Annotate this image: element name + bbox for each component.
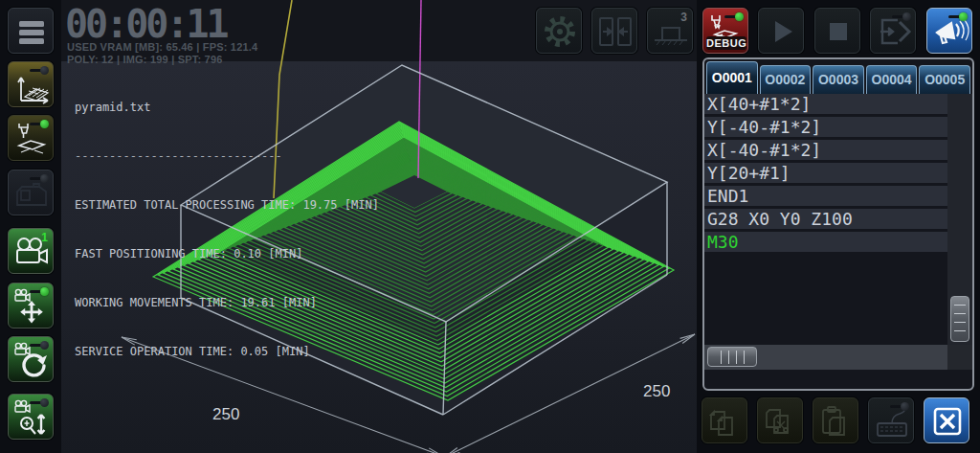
doors-icon	[592, 9, 638, 55]
code-line[interactable]: X[-40-#1*2]	[704, 140, 947, 160]
close-icon	[924, 398, 970, 444]
camera-rotate-button[interactable]	[8, 336, 54, 382]
copy-button[interactable]	[702, 397, 747, 443]
elapsed-time: 00:00:11	[65, 2, 227, 46]
hamburger-menu-icon	[9, 9, 55, 55]
code-line[interactable]: END1	[704, 186, 947, 206]
info-line: ESTIMATED TOTAL PROCESSING TIME: 19.75 […	[75, 197, 379, 214]
machine-housing-button[interactable]	[8, 170, 54, 215]
announcements-toggle	[948, 12, 968, 21]
axes-grid-button[interactable]	[8, 61, 54, 107]
code-line[interactable]: Y[20+#1]	[704, 163, 947, 183]
info-line: SERVICE OPERATION TIME: 0.05 [MIN]	[75, 344, 379, 360]
doors-button[interactable]	[591, 8, 637, 54]
cut-icon	[758, 398, 804, 444]
cut-button[interactable]	[757, 397, 803, 443]
tab-o0003[interactable]: O0003	[813, 65, 864, 94]
debug-label: DEBUG	[706, 36, 746, 50]
left-sidebar: 1	[0, 0, 61, 453]
info-line: WORKING MOVEMENTS TIME: 19.61 [MIN]	[75, 295, 379, 311]
tab-o0001[interactable]: O0001	[706, 61, 758, 94]
processing-info: pyramid.txt ----------------------------…	[75, 67, 379, 393]
tab-o0002[interactable]: O0002	[760, 65, 812, 94]
single-block-toggle	[892, 12, 911, 21]
play-button[interactable]	[758, 8, 804, 54]
code-line[interactable]: M30	[704, 232, 947, 252]
copy-icon	[702, 398, 748, 444]
scrollbar-corner	[947, 345, 972, 370]
tab-o0005[interactable]: O0005	[919, 65, 970, 94]
code-line[interactable]: X[40+#1*2]	[704, 94, 947, 114]
tool-view-button[interactable]	[8, 115, 54, 161]
vertical-scrollbar-handle[interactable]	[950, 296, 969, 342]
camera-zoom-toggle	[30, 398, 49, 407]
code-line[interactable]: Y[-40-#1*2]	[704, 117, 947, 137]
camera-pan-toggle	[30, 287, 49, 296]
gcode-panel: O0001O0002O0003O0004O0005 X[40+#1*2]Y[-4…	[697, 0, 980, 453]
debug-toggle	[724, 12, 744, 21]
info-line: FAST POSITIONING TIME: 0.10 [MIN]	[75, 246, 379, 262]
camera-preset-button[interactable]: 1	[8, 228, 54, 274]
workpiece-button[interactable]: 3	[647, 8, 693, 54]
poly-img-stats: POLY: 12 | IMG: 199 | SPT: 796	[67, 54, 223, 65]
horizontal-scrollbar-handle[interactable]	[707, 347, 757, 367]
top-bar: 00:00:11 USED VRAM [MB]: 65.46 | FPS: 12…	[61, 0, 980, 61]
debug-button[interactable]: DEBUG	[702, 8, 748, 54]
stop-icon	[815, 9, 861, 55]
workpiece-count-badge: 3	[680, 11, 687, 24]
single-block-button[interactable]	[870, 8, 916, 54]
tab-o0004[interactable]: O0004	[866, 65, 918, 94]
settings-button[interactable]	[536, 8, 582, 54]
camera-pan-button[interactable]	[8, 283, 54, 328]
vertical-scrollbar[interactable]	[947, 94, 972, 345]
gear-icon	[537, 9, 583, 55]
move-cross	[20, 301, 43, 324]
virtual-keyboard-button[interactable]	[868, 397, 914, 443]
horizontal-scrollbar[interactable]	[704, 345, 972, 370]
app-window: 250250 00:00:11 USED VRAM [MB]: 65.46 | …	[0, 0, 980, 453]
gcode-editor: O0001O0002O0003O0004O0005 X[40+#1*2]Y[-4…	[702, 57, 974, 391]
main-menu-button[interactable]	[8, 8, 54, 54]
code-line[interactable]: G28 X0 Y0 Z100	[704, 209, 947, 229]
announcements-button[interactable]	[926, 8, 972, 54]
paste-button[interactable]	[813, 397, 858, 443]
axes-toggle	[30, 66, 49, 75]
machine-toggle	[30, 174, 49, 183]
close-editor-button[interactable]	[924, 397, 969, 443]
code-area[interactable]: X[40+#1*2]Y[-40-#1*2]X[-40-#1*2]Y[20+#1]…	[704, 94, 972, 345]
horizontal-scrollbar-track[interactable]	[704, 345, 947, 370]
play-icon	[759, 9, 805, 55]
paste-icon	[813, 398, 859, 444]
camera-zoom-button[interactable]	[8, 394, 54, 440]
keyboard-toggle	[890, 402, 909, 411]
tool-view-toggle	[30, 120, 49, 128]
camera-preset-badge: 1	[41, 231, 48, 244]
vram-fps-stats: USED VRAM [MB]: 65.46 | FPS: 121.4	[67, 41, 257, 53]
camera-rotate-toggle	[30, 341, 49, 350]
stop-button[interactable]	[814, 8, 860, 54]
program-filename: pyramid.txt	[75, 100, 379, 116]
program-tabs: O0001O0002O0003O0004O0005	[704, 59, 972, 94]
separator-line: ------------------------------	[75, 148, 379, 165]
